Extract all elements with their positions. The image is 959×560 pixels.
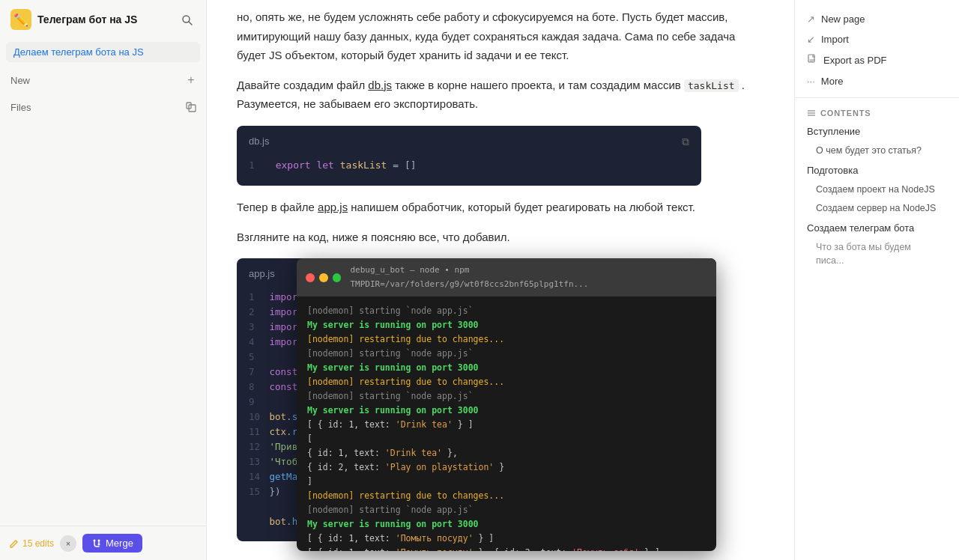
terminal-overlay: debug_u_bot — node • npm TMPDIR=/var/fol… [297, 258, 716, 551]
terminal-line: { id: 1, text: 'Drink tea' }, [307, 446, 706, 460]
files-section: Files [0, 92, 206, 119]
right-panel: ↗ New page ↙ Import Export as PDF ··· Mo… [794, 0, 959, 560]
inline-code-tasklist: taskList [684, 79, 739, 92]
code-block-header: db.js ⧉ [237, 126, 701, 159]
files-label: Files [6, 99, 35, 116]
app-logo: ✏️ [10, 9, 31, 30]
toc-sub-chto-za-bota[interactable]: Что за бота мы будем писа... [795, 238, 959, 270]
menu-item-import[interactable]: ↙ Import [795, 29, 959, 49]
terminal-line: [nodemon] starting `node app.js` [307, 347, 706, 361]
contents-icon [807, 109, 816, 118]
menu-item-more[interactable]: ··· More [795, 71, 959, 91]
new-add-button[interactable]: + [182, 71, 200, 89]
terminal-line: [nodemon] restarting due to changes... [307, 332, 706, 347]
paragraph-4: Взгляните на код, ниже я поясняю все, чт… [237, 228, 761, 247]
merge-button[interactable]: Merge [82, 534, 142, 553]
export-pdf-label: Export as PDF [823, 55, 887, 66]
terminal-body: [nodemon] starting `node app.js` My serv… [297, 296, 716, 551]
contents-header: CONTENTS [795, 104, 959, 122]
terminal-title: debug_u_bot — node • npm TMPDIR=/var/fol… [350, 264, 707, 291]
paragraph-2: Давайте создадим файл db.js также в корн… [237, 76, 761, 114]
toc-item-vstuplenie[interactable]: Вступление [795, 122, 959, 141]
toc-item-sozdaem-bota[interactable]: Создаем телеграм бота [795, 219, 959, 238]
terminal-titlebar: debug_u_bot — node • npm TMPDIR=/var/fol… [297, 258, 716, 296]
sidebar: ✏️ Телеграм бот на JS Делаем телеграм бо… [0, 0, 207, 560]
new-page-label: New page [821, 13, 865, 25]
app-title: Телеграм бот на JS [37, 13, 172, 25]
import-icon: ↙ [807, 34, 815, 45]
code-filename: db.js [249, 133, 269, 150]
more-label: More [821, 76, 844, 87]
paragraph-1: но, опять же, не будем усложнять себе ра… [237, 7, 761, 65]
code-block-dbjs: db.js ⧉ 1 export let taskList = [] [237, 126, 701, 186]
new-section: New + [0, 65, 206, 92]
svg-point-6 [98, 543, 100, 545]
terminal-line: [ { id: 1, text: 'Помыть посуду' }, { id… [307, 546, 706, 552]
close-edits-button[interactable]: × [60, 535, 76, 552]
active-document[interactable]: Делаем телеграм бота на JS [6, 42, 200, 62]
search-button[interactable] [178, 10, 196, 28]
svg-line-1 [189, 22, 192, 25]
menu-item-export-pdf[interactable]: Export as PDF [795, 49, 959, 71]
terminal-line: [ { id: 1, text: 'Drink tea' } ] [307, 418, 706, 432]
terminal-wrapper: app.js 1 import express from 'express' 2… [237, 258, 701, 541]
copy-button[interactable]: ⧉ [682, 133, 689, 151]
import-label: Import [821, 34, 849, 45]
terminal-line: [nodemon] restarting due to changes... [307, 375, 706, 389]
files-action-button[interactable] [182, 98, 200, 116]
export-pdf-icon [807, 54, 817, 67]
merge-label: Merge [106, 538, 133, 549]
terminal-line: [ [307, 432, 706, 446]
svg-point-5 [98, 539, 100, 541]
terminal-line: My server is running on port 3000 [307, 318, 706, 332]
terminal-line: [ { id: 1, text: 'Помыть посуду' } ] [307, 532, 706, 546]
terminal-line: ] [307, 475, 706, 489]
menu-item-new-page[interactable]: ↗ New page [795, 9, 959, 29]
edits-badge: 15 edits [9, 538, 54, 549]
code-content: 1 export let taskList = [] [237, 158, 701, 186]
toc-item-podgotovka[interactable]: Подготовка [795, 161, 959, 180]
terminal-line: My server is running on port 3000 [307, 361, 706, 375]
more-icon: ··· [807, 76, 815, 87]
terminal-line: [nodemon] starting `node app.js` [307, 389, 706, 404]
terminal-line: [nodemon] starting `node app.js` [307, 304, 706, 318]
sidebar-header: ✏️ Телеграм бот на JS [0, 0, 206, 39]
toc-sub-sozdaem-proekt[interactable]: Создаем проект на NodeJS [795, 180, 959, 200]
toc-sub-o-chem[interactable]: О чем будет это статья? [795, 141, 959, 161]
terminal-dot-yellow [319, 273, 328, 282]
new-label: New [6, 72, 34, 89]
terminal-dot-red [306, 273, 315, 282]
toc-sub-sozdaem-server[interactable]: Создаем сервер на NodeJS [795, 199, 959, 219]
paragraph-3: Тепер в файле app.js напишем обработчик,… [237, 198, 761, 217]
terminal-line: My server is running on port 3000 [307, 404, 706, 418]
article-body: но, опять же, не будем усложнять себе ра… [237, 0, 761, 541]
bottom-bar: 15 edits × Merge [0, 526, 206, 560]
contents-label: CONTENTS [820, 109, 871, 118]
terminal-line: [nodemon] restarting due to changes... [307, 489, 706, 503]
main-content: но, опять же, не будем усложнять себе ра… [207, 0, 794, 560]
terminal-line: [nodemon] starting `node app.js` [307, 503, 706, 517]
right-panel-menu: ↗ New page ↙ Import Export as PDF ··· Mo… [795, 9, 959, 98]
edits-count: 15 edits [22, 538, 54, 549]
svg-point-4 [94, 539, 96, 541]
terminal-dot-green [333, 273, 342, 282]
new-page-icon: ↗ [807, 13, 815, 25]
terminal-line: { id: 2, text: 'Play on playstation' } [307, 460, 706, 475]
terminal-line: My server is running on port 3000 [307, 517, 706, 532]
